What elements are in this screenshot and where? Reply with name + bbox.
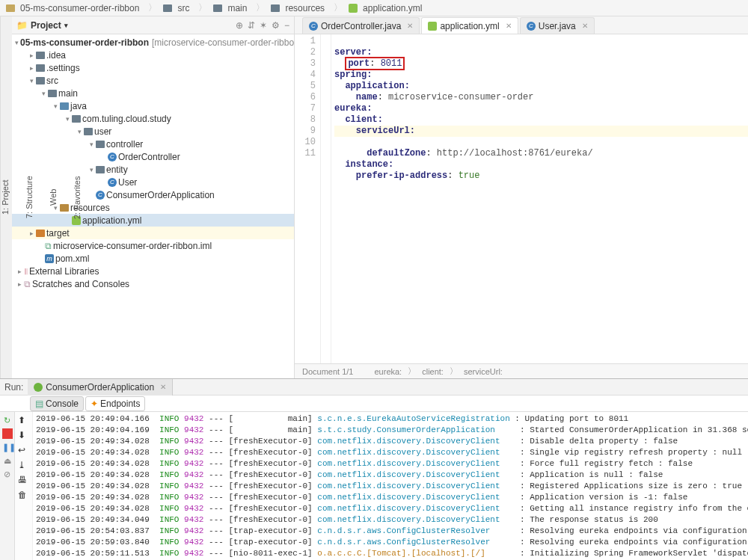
bc-main[interactable]: main [210, 3, 253, 13]
editor-tabs: COrderController.java✕ application.yml✕ … [295, 16, 748, 34]
pause-icon[interactable]: ❚❚ [2, 442, 13, 452]
close-icon[interactable]: ✕ [506, 22, 512, 30]
console-output[interactable]: 2019-06-15 20:49:04.166 INFO 9432 --- [ … [33, 412, 748, 560]
down-icon[interactable]: ⬇ [18, 430, 30, 442]
project-target-icon[interactable]: ✶ [260, 20, 267, 31]
scroll-icon[interactable]: ⤓ [18, 460, 30, 472]
wrap-icon[interactable]: ↩ [18, 445, 30, 457]
console-tab[interactable]: ▤Console [30, 396, 84, 411]
tab-ordercontroller[interactable]: COrderController.java✕ [302, 17, 420, 34]
bc-project[interactable]: 05-ms-consumer-order-ribbon [3, 3, 145, 13]
close-icon[interactable]: ✕ [582, 22, 588, 30]
line-gutter: 1234567891011 [295, 34, 321, 363]
bc-file[interactable]: application.yml [346, 3, 428, 13]
project-collapse-icon[interactable]: ⊕ [236, 20, 243, 31]
editor-breadcrumb: Document 1/1 eureka:〉 client:〉 serviceUr… [295, 363, 748, 378]
tab-web[interactable]: Web [49, 19, 58, 375]
tab-project[interactable]: 1: Project [1, 19, 10, 375]
up-icon[interactable]: ⬆ [18, 415, 30, 427]
tab-user[interactable]: CUser.java✕ [520, 17, 595, 34]
run-left-toolbar: ↻ ❚❚ ⏏ ⊘ [0, 412, 15, 560]
endpoints-tab[interactable]: ✦Endpoints [85, 396, 145, 411]
code-area[interactable]: server: port: 8011 spring: application: … [331, 34, 748, 363]
doc-indicator: Document 1/1 [302, 367, 353, 376]
tab-applicationyml[interactable]: application.yml✕ [421, 17, 518, 34]
crumb-serviceurl[interactable]: serviceUrl: [464, 367, 503, 376]
project-settings-icon[interactable]: ⚙ [272, 20, 280, 31]
print-icon[interactable]: 🖶 [18, 475, 30, 487]
run-config-tab[interactable]: ConsumerOrderApplication✕ [28, 379, 173, 396]
clear-icon[interactable]: 🗑 [18, 490, 30, 502]
project-sort-icon[interactable]: ⇵ [248, 20, 255, 31]
run-mid-toolbar: ⬆ ⬇ ↩ ⤓ 🖶 🗑 [15, 412, 33, 560]
exit-icon[interactable]: ⏏ [2, 455, 13, 466]
tab-favorites[interactable]: 2: Favorites [73, 19, 82, 375]
crumb-client[interactable]: client: [422, 367, 444, 376]
bc-src[interactable]: src [160, 3, 195, 13]
bc-resources[interactable]: resources [268, 3, 331, 13]
run-panel: Run: ConsumerOrderApplication✕ ▤Console … [0, 378, 748, 560]
project-hide-icon[interactable]: − [284, 20, 289, 31]
tab-structure[interactable]: 7: Structure [25, 19, 34, 375]
close-icon[interactable]: ✕ [407, 22, 413, 30]
editor[interactable]: 1234567891011 server: port: 8011 spring:… [295, 34, 748, 363]
left-toolwindow-strip: 1: Project 7: Structure Web 2: Favorites [0, 16, 12, 378]
fold-gutter[interactable] [321, 34, 331, 363]
close-icon[interactable]: ✕ [160, 383, 166, 391]
crumb-eureka[interactable]: eureka: [374, 367, 402, 376]
run-label: Run: [0, 382, 28, 393]
rerun-icon[interactable]: ↻ [2, 415, 13, 425]
stop-icon[interactable] [2, 428, 13, 439]
breadcrumb: 05-ms-consumer-order-ribbon〉 src〉 main〉 … [0, 0, 748, 16]
mute-icon[interactable]: ⊘ [2, 469, 13, 479]
